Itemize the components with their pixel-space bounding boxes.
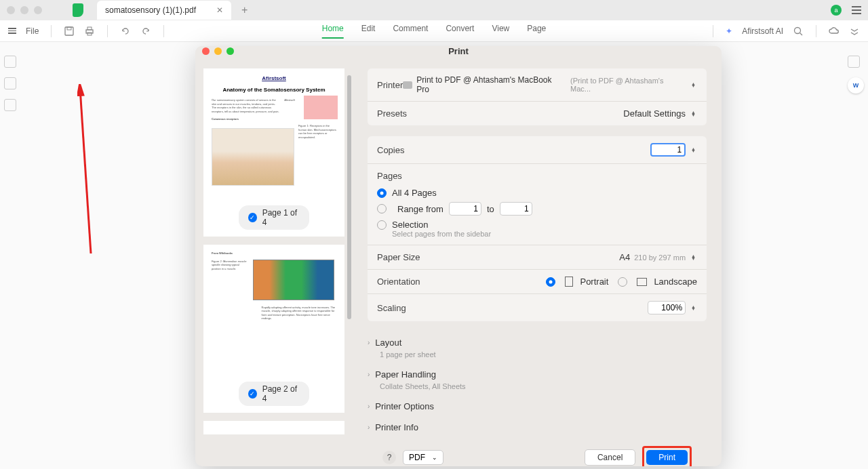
divider bbox=[107, 25, 108, 37]
save-icon[interactable] bbox=[64, 26, 75, 37]
orientation-label: Orientation bbox=[377, 277, 420, 287]
tab-title: somatosensory (1)(1).pdf bbox=[105, 5, 196, 15]
thumb-body-text: Rapidly adapting afferent activity, musc… bbox=[262, 306, 336, 321]
window-titlebar: somatosensory (1)(1).pdf ✕ + a bbox=[0, 0, 868, 20]
comments-panel-icon[interactable] bbox=[4, 99, 16, 111]
range-to-input[interactable] bbox=[500, 202, 532, 216]
paper-size-selector[interactable]: A4 210 by 297 mm ▲▼ bbox=[619, 252, 697, 262]
orientation-portrait-option[interactable]: Portrait bbox=[546, 277, 608, 287]
redo-icon[interactable] bbox=[140, 26, 151, 37]
range-to-label: to bbox=[487, 204, 494, 214]
preview-scrollbar[interactable] bbox=[347, 75, 351, 319]
scaling-row: Scaling ▲▼ bbox=[368, 293, 707, 321]
menu-comment[interactable]: Comment bbox=[393, 24, 428, 39]
svg-point-5 bbox=[795, 27, 801, 33]
dropdown-arrows-icon[interactable]: ▲▼ bbox=[690, 81, 697, 89]
page-thumbnail-3[interactable] bbox=[203, 421, 344, 434]
maximize-window-icon[interactable] bbox=[34, 6, 42, 14]
printer-options-expand[interactable]: › Printer Options bbox=[368, 396, 707, 417]
page-thumbnail-2[interactable]: From Wikibooks Figure 2: Mammalian muscl… bbox=[203, 245, 344, 413]
portrait-label: Portrait bbox=[580, 277, 608, 287]
radio-icon[interactable] bbox=[377, 220, 387, 230]
thumb-brand: Afirstsoft bbox=[212, 75, 336, 81]
radio-icon[interactable] bbox=[377, 204, 387, 213]
menu-edit[interactable]: Edit bbox=[361, 24, 376, 39]
minimize-window-icon[interactable] bbox=[20, 6, 28, 14]
thumb-diagram bbox=[212, 128, 294, 186]
dialog-zoom-icon[interactable] bbox=[226, 47, 234, 55]
printer-row: Printer Print to PDF @ Ahtasham's MacBoo… bbox=[368, 68, 707, 101]
new-tab-button[interactable]: + bbox=[241, 4, 248, 16]
printer-sub: (Print to PDF @ Ahtasham's Mac... bbox=[570, 77, 686, 93]
presets-selector[interactable]: Default Settings ▲▼ bbox=[623, 108, 697, 119]
pdf-dropdown[interactable]: PDF ⌄ bbox=[403, 450, 443, 465]
file-menu-icon[interactable] bbox=[8, 28, 16, 34]
thumb-caption: Figure 2: Mammalian muscle spindle showi… bbox=[212, 260, 249, 300]
copies-input[interactable] bbox=[650, 143, 686, 157]
chevron-down-icon: ⌄ bbox=[432, 454, 437, 461]
menu-convert[interactable]: Convert bbox=[446, 24, 474, 39]
print-icon[interactable] bbox=[84, 26, 95, 37]
printer-name: Print to PDF @ Ahtasham's MacBook Pro bbox=[416, 75, 566, 94]
menu-view[interactable]: View bbox=[492, 24, 509, 39]
document-tab[interactable]: somatosensory (1)(1).pdf ✕ bbox=[97, 1, 231, 20]
pages-selection-option[interactable]: Selection Select pages from the sidebar bbox=[377, 220, 491, 238]
pages-all-option[interactable]: All 4 Pages bbox=[377, 188, 437, 198]
app-logo-icon bbox=[73, 3, 83, 17]
printer-label: Printer bbox=[377, 80, 403, 90]
thumb-subhead: From Wikibooks bbox=[212, 251, 336, 256]
printer-selector[interactable]: Print to PDF @ Ahtasham's MacBook Pro (P… bbox=[403, 75, 697, 94]
orientation-row: Orientation Portrait Landscape bbox=[368, 269, 707, 293]
stepper-arrows-icon[interactable]: ▲▼ bbox=[690, 146, 697, 154]
file-menu-label[interactable]: File bbox=[26, 26, 39, 36]
thumbnails-panel-icon[interactable] bbox=[4, 56, 16, 68]
close-window-icon[interactable] bbox=[7, 6, 15, 14]
close-tab-icon[interactable]: ✕ bbox=[216, 5, 223, 15]
printer-info-expand[interactable]: › Printer Info bbox=[368, 417, 707, 438]
dropdown-arrows-icon[interactable]: ▲▼ bbox=[690, 110, 697, 117]
portrait-icon bbox=[565, 277, 573, 287]
collapse-icon[interactable] bbox=[849, 26, 860, 37]
paper-size-label: Paper Size bbox=[377, 252, 420, 262]
printer-info-label: Printer Info bbox=[375, 422, 418, 432]
divider bbox=[816, 25, 816, 37]
right-panel-icon[interactable] bbox=[848, 56, 860, 68]
page-badge-text: Page 2 of 4 bbox=[262, 384, 300, 403]
radio-icon[interactable] bbox=[377, 188, 387, 198]
stepper-arrows-icon[interactable]: ▲▼ bbox=[690, 304, 697, 312]
scaling-label: Scaling bbox=[377, 303, 406, 313]
print-dialog: Print Afirstsoft Anatomy of the Somatose… bbox=[195, 46, 722, 466]
dialog-titlebar: Print bbox=[195, 46, 722, 56]
dialog-close-icon[interactable] bbox=[202, 47, 210, 55]
page-badge-text: Page 1 of 4 bbox=[262, 208, 300, 227]
help-button[interactable]: ? bbox=[382, 451, 396, 464]
user-avatar[interactable]: a bbox=[831, 5, 842, 16]
menu-home[interactable]: Home bbox=[322, 24, 344, 39]
page-thumbnail-1[interactable]: Afirstsoft Anatomy of the Somatosensory … bbox=[203, 68, 344, 237]
app-menu-icon[interactable] bbox=[852, 6, 861, 14]
search-icon[interactable] bbox=[793, 26, 804, 37]
undo-icon[interactable] bbox=[120, 26, 131, 37]
scaling-input[interactable] bbox=[648, 301, 686, 314]
thumb-highlight-box bbox=[304, 96, 338, 119]
orientation-landscape-option[interactable]: Landscape bbox=[618, 277, 697, 287]
menu-page[interactable]: Page bbox=[527, 24, 546, 39]
bookmarks-panel-icon[interactable] bbox=[4, 77, 16, 89]
cloud-icon[interactable] bbox=[829, 26, 840, 37]
range-from-input[interactable] bbox=[449, 202, 481, 216]
dialog-minimize-icon[interactable] bbox=[214, 47, 222, 55]
radio-icon[interactable] bbox=[546, 277, 555, 287]
paper-size-value: A4 bbox=[619, 252, 630, 262]
svg-line-8 bbox=[80, 88, 91, 253]
print-button[interactable]: Print bbox=[646, 450, 688, 465]
pages-range-option[interactable]: Range from to bbox=[377, 202, 532, 216]
ai-label[interactable]: Afirstsoft AI bbox=[742, 26, 783, 36]
presets-value: Default Settings bbox=[623, 108, 686, 119]
word-export-icon[interactable]: W bbox=[848, 77, 864, 94]
dropdown-arrows-icon[interactable]: ▲▼ bbox=[690, 253, 697, 261]
paper-size-row: Paper Size A4 210 by 297 mm ▲▼ bbox=[368, 245, 707, 269]
radio-icon[interactable] bbox=[618, 277, 627, 287]
check-icon: ✓ bbox=[248, 213, 257, 222]
landscape-icon bbox=[637, 278, 647, 286]
cancel-button[interactable]: Cancel bbox=[585, 449, 635, 466]
